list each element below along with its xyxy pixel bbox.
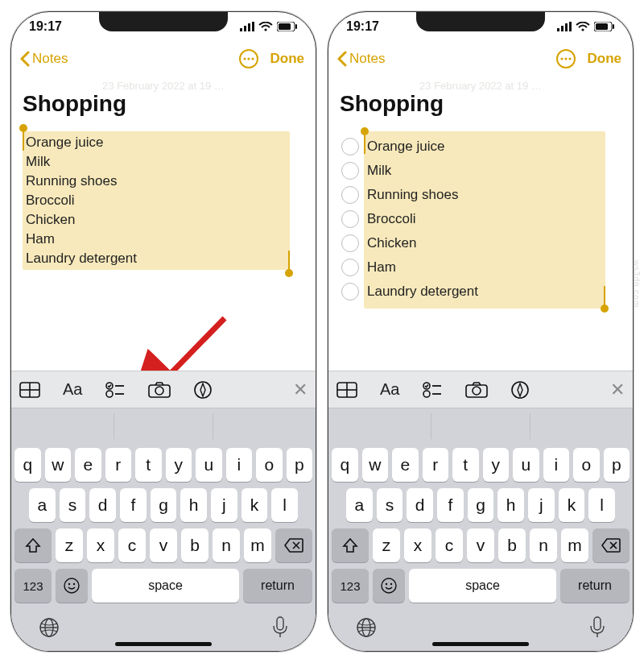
key[interactable]: h xyxy=(497,488,524,522)
keyboard-suggestion-bar[interactable] xyxy=(11,408,316,443)
done-button[interactable]: Done xyxy=(588,51,622,67)
key[interactable]: u xyxy=(196,448,222,482)
checkbox[interactable] xyxy=(341,283,359,300)
done-button[interactable]: Done xyxy=(270,51,305,67)
back-button[interactable]: Notes xyxy=(336,51,385,67)
checklist-item[interactable]: Laundry detergent xyxy=(341,280,602,304)
list-item[interactable]: Broccoli xyxy=(26,191,288,210)
key[interactable]: z xyxy=(373,528,400,562)
key[interactable]: i xyxy=(543,448,570,482)
shift-key[interactable] xyxy=(14,528,52,562)
key[interactable]: k xyxy=(242,488,268,522)
key[interactable]: r xyxy=(105,448,132,482)
selection-handle-start[interactable] xyxy=(23,131,24,151)
return-key[interactable]: return xyxy=(243,569,312,603)
key[interactable]: o xyxy=(573,448,600,482)
key[interactable]: n xyxy=(213,528,240,562)
list-item[interactable]: Running shoes xyxy=(26,172,288,191)
key[interactable]: l xyxy=(271,488,298,522)
key[interactable]: z xyxy=(56,528,83,562)
home-indicator[interactable] xyxy=(115,642,212,646)
checklist-icon[interactable] xyxy=(422,382,443,398)
checkbox[interactable] xyxy=(341,162,359,180)
key[interactable]: v xyxy=(150,528,177,562)
close-icon[interactable]: ✕ xyxy=(293,379,308,400)
suggestion-cell[interactable] xyxy=(333,413,431,439)
key[interactable]: b xyxy=(498,528,526,562)
key[interactable]: b xyxy=(181,528,208,562)
checklist-item[interactable]: Broccoli xyxy=(341,207,602,231)
checklist-item[interactable]: Running shoes xyxy=(341,183,602,207)
mic-icon[interactable] xyxy=(272,616,288,639)
suggestion-cell[interactable] xyxy=(530,413,628,439)
suggestion-cell[interactable] xyxy=(114,413,213,439)
key[interactable]: l xyxy=(588,488,615,522)
key[interactable]: x xyxy=(404,528,431,562)
key[interactable]: f xyxy=(120,488,147,522)
list-item[interactable]: Chicken xyxy=(26,210,288,230)
key[interactable]: x xyxy=(87,528,114,562)
key[interactable]: g xyxy=(468,488,494,522)
key[interactable]: k xyxy=(559,488,585,522)
key[interactable]: a xyxy=(346,488,373,522)
checkbox[interactable] xyxy=(341,186,359,204)
key[interactable]: t xyxy=(452,448,479,482)
suggestion-cell[interactable] xyxy=(213,413,311,439)
key[interactable]: o xyxy=(256,448,283,482)
space-key[interactable]: space xyxy=(92,569,239,603)
key[interactable]: v xyxy=(467,528,494,562)
key[interactable]: f xyxy=(437,488,464,522)
table-icon[interactable] xyxy=(19,382,40,398)
key[interactable]: u xyxy=(513,448,539,482)
key[interactable]: m xyxy=(244,528,271,562)
delete-key[interactable] xyxy=(275,528,312,562)
checklist-item[interactable]: Orange juice xyxy=(341,135,602,159)
delete-key[interactable] xyxy=(592,528,630,562)
camera-icon[interactable] xyxy=(148,382,171,398)
key[interactable]: s xyxy=(60,488,86,522)
text-style-button[interactable]: Aa xyxy=(63,380,82,399)
key[interactable]: h xyxy=(180,488,207,522)
more-icon[interactable] xyxy=(555,48,576,69)
key[interactable]: p xyxy=(287,448,313,482)
suggestion-cell[interactable] xyxy=(431,413,530,439)
key[interactable]: w xyxy=(362,448,389,482)
selection-block[interactable]: Orange juice Milk Running shoes Broccoli… xyxy=(23,131,290,270)
numbers-key[interactable]: 123 xyxy=(14,569,52,603)
key[interactable]: a xyxy=(29,488,56,522)
key[interactable]: j xyxy=(528,488,555,522)
key[interactable]: w xyxy=(45,448,72,482)
home-indicator[interactable] xyxy=(432,642,529,646)
markup-icon[interactable] xyxy=(193,380,213,400)
key[interactable]: y xyxy=(166,448,192,482)
numbers-key[interactable]: 123 xyxy=(332,569,369,603)
globe-icon[interactable] xyxy=(356,617,377,638)
selection-handle-end[interactable] xyxy=(604,286,605,305)
emoji-key[interactable] xyxy=(373,569,405,603)
key[interactable]: g xyxy=(151,488,177,522)
checklist-item[interactable]: Milk xyxy=(341,159,602,183)
close-icon[interactable]: ✕ xyxy=(610,379,625,400)
key[interactable]: c xyxy=(118,528,146,562)
list-item[interactable]: Milk xyxy=(26,152,288,172)
suggestion-cell[interactable] xyxy=(16,413,114,439)
checkbox[interactable] xyxy=(341,210,359,228)
key[interactable]: n xyxy=(530,528,557,562)
selection-handle-end[interactable] xyxy=(288,251,290,270)
key[interactable]: r xyxy=(423,448,449,482)
checkbox[interactable] xyxy=(341,138,359,155)
back-button[interactable]: Notes xyxy=(19,51,68,67)
key[interactable]: c xyxy=(436,528,463,562)
key[interactable]: d xyxy=(89,488,116,522)
list-item[interactable]: Ham xyxy=(26,230,288,249)
text-style-button[interactable]: Aa xyxy=(380,380,399,399)
checklist-icon[interactable] xyxy=(105,382,126,398)
list-item[interactable]: Orange juice xyxy=(26,133,288,152)
keyboard-suggestion-bar[interactable] xyxy=(328,408,633,443)
mic-icon[interactable] xyxy=(589,616,605,639)
key[interactable]: i xyxy=(226,448,253,482)
key[interactable]: p xyxy=(604,448,630,482)
key[interactable]: d xyxy=(407,488,433,522)
key[interactable]: t xyxy=(135,448,162,482)
key[interactable]: j xyxy=(211,488,237,522)
